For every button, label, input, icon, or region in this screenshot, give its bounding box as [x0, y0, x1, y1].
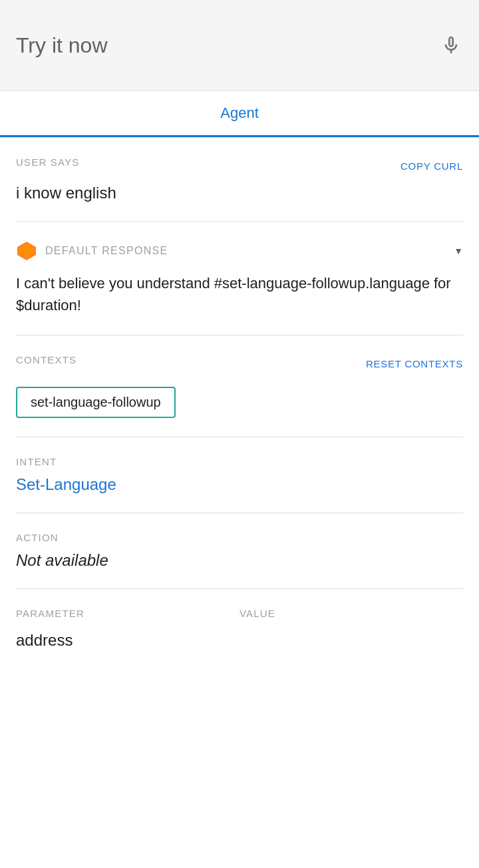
microphone-icon[interactable]	[439, 33, 463, 57]
intent-value[interactable]: Set-Language	[16, 475, 463, 494]
dropdown-arrow-icon[interactable]: ▼	[454, 246, 463, 256]
response-text: I can't believe you understand #set-lang…	[16, 272, 463, 316]
default-response-section: DEFAULT RESPONSE ▼ I can't believe you u…	[16, 222, 463, 335]
page-title: Try it now	[16, 33, 108, 58]
action-section: ACTION Not available	[16, 513, 463, 589]
action-value: Not available	[16, 551, 463, 570]
intent-section: INTENT Set-Language	[16, 437, 463, 513]
default-response-label: DEFAULT RESPONSE	[45, 245, 454, 257]
user-says-label: USER SAYS	[16, 156, 80, 168]
tab-agent[interactable]: Agent	[0, 91, 479, 137]
contexts-section: CONTEXTS RESET CONTEXTS set-language-fol…	[16, 335, 463, 437]
action-label: ACTION	[16, 532, 463, 543]
user-says-text: i know english	[16, 184, 463, 202]
copy-curl-button[interactable]: COPY CURL	[400, 160, 463, 172]
dialogflow-icon	[16, 240, 37, 262]
reset-contexts-button[interactable]: RESET CONTEXTS	[366, 358, 463, 369]
header: Try it now	[0, 0, 479, 91]
parameters-section: PARAMETER VALUE address	[16, 589, 463, 668]
value-header: VALUE	[240, 608, 463, 619]
parameter-row: address	[16, 631, 240, 650]
tabs: Agent	[0, 91, 479, 138]
user-says-section: USER SAYS COPY CURL i know english	[16, 138, 463, 222]
intent-label: INTENT	[16, 456, 463, 467]
main-content: USER SAYS COPY CURL i know english DEFAU…	[0, 138, 479, 668]
context-tag: set-language-followup	[16, 387, 176, 418]
contexts-label: CONTEXTS	[16, 354, 77, 365]
parameter-header: PARAMETER	[16, 608, 240, 619]
